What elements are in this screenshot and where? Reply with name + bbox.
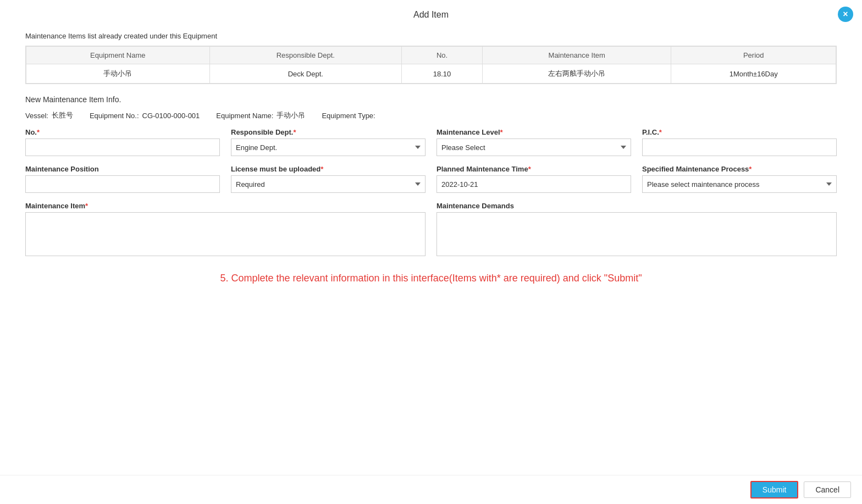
close-button[interactable]: × <box>838 7 853 22</box>
equipment-type-label: Equipment Type: <box>322 112 375 120</box>
maintenance-demands-field: Maintenance Demands <box>436 202 837 256</box>
no-input[interactable] <box>25 139 220 156</box>
maintenance-level-label: Maintenance Level* <box>436 128 631 136</box>
vessel-label: Vessel: <box>25 112 48 120</box>
form-row-2: Maintenance Position License must be upl… <box>25 165 837 193</box>
license-select-wrapper: Required Not Required <box>231 175 426 193</box>
equipment-type-field: Equipment Type: <box>322 112 378 120</box>
cell-no: 18.10 <box>402 64 483 84</box>
pic-label: P.I.C.* <box>642 128 837 136</box>
pic-input[interactable] <box>642 139 837 156</box>
specified-process-field: Specified Maintenance Process* Please se… <box>642 165 837 193</box>
planned-time-input[interactable] <box>436 175 631 193</box>
planned-time-label: Planned Maintenance Time* <box>436 165 631 173</box>
equipment-no-label: Equipment No.: <box>90 112 139 120</box>
existing-items-label: Maintenance Items list already created u… <box>25 32 837 40</box>
specified-process-label: Specified Maintenance Process* <box>642 165 837 173</box>
maintenance-position-field: Maintenance Position <box>25 165 220 193</box>
maintenance-demands-label: Maintenance Demands <box>436 202 837 210</box>
responsible-dept-field: Responsible Dept.* Engine Dept. Deck Dep… <box>231 128 426 156</box>
modal-container: Add Item × Maintenance Items list alread… <box>0 0 862 504</box>
maintenance-demands-textarea[interactable] <box>436 212 837 256</box>
modal-body: Maintenance Items list already created u… <box>0 26 862 475</box>
vessel-field: Vessel: 长胜号 <box>25 110 73 120</box>
new-info-title: New Maintenance Item Info. <box>25 95 837 104</box>
specified-process-select[interactable]: Please select maintenance process Proces… <box>642 175 837 193</box>
maintenance-item-textarea[interactable] <box>25 212 426 256</box>
no-label: No.* <box>25 128 220 136</box>
info-row: Vessel: 长胜号 Equipment No.: CG-0100-000-0… <box>25 110 837 120</box>
cell-responsible-dept: Deck Dept. <box>209 64 401 84</box>
existing-items-table: Equipment Name Responsible Dept. No. Mai… <box>26 46 836 84</box>
col-maintenance-item: Maintenance Item <box>483 47 671 64</box>
maintenance-level-select-wrapper: Please Select Level 1 Level 2 Level 3 <box>436 139 631 156</box>
table-row: 手动小吊 Deck Dept. 18.10 左右两舷手动小吊 1Month±16… <box>26 64 836 84</box>
modal-header: Add Item × <box>0 0 862 26</box>
no-field: No.* <box>25 128 220 156</box>
cell-period: 1Month±16Day <box>671 64 836 84</box>
vessel-value: 长胜号 <box>52 110 73 120</box>
planned-time-field: Planned Maintenance Time* <box>436 165 631 193</box>
maintenance-level-field: Maintenance Level* Please Select Level 1… <box>436 128 631 156</box>
col-period: Period <box>671 47 836 64</box>
maintenance-position-label: Maintenance Position <box>25 165 220 173</box>
responsible-dept-select[interactable]: Engine Dept. Deck Dept. Other <box>231 139 426 156</box>
col-no: No. <box>402 47 483 64</box>
specified-process-select-wrapper: Please select maintenance process Proces… <box>642 175 837 193</box>
form-row-1: No.* Responsible Dept.* Engine Dept. Dec… <box>25 128 837 156</box>
pic-field: P.I.C.* <box>642 128 837 156</box>
responsible-dept-select-wrapper: Engine Dept. Deck Dept. Other <box>231 139 426 156</box>
equipment-name-value: 手动小吊 <box>277 110 305 120</box>
maintenance-level-select[interactable]: Please Select Level 1 Level 2 Level 3 <box>436 139 631 156</box>
equipment-name-label: Equipment Name: <box>216 112 273 120</box>
license-field: License must be uploaded* Required Not R… <box>231 165 426 193</box>
maintenance-item-field: Maintenance Item* <box>25 202 426 256</box>
col-equipment-name: Equipment Name <box>26 47 210 64</box>
maintenance-item-label: Maintenance Item* <box>25 202 426 210</box>
form-row-3: Maintenance Item* Maintenance Demands <box>25 202 837 256</box>
equipment-no-value: CG-0100-000-001 <box>142 112 200 120</box>
modal-footer: Submit Cancel <box>0 475 862 504</box>
responsible-dept-label: Responsible Dept.* <box>231 128 426 136</box>
cell-equipment-name: 手动小吊 <box>26 64 210 84</box>
instruction-text: 5. Complete the relevant information in … <box>25 273 837 284</box>
modal-title: Add Item <box>413 10 449 20</box>
equipment-no-field: Equipment No.: CG-0100-000-001 <box>90 112 200 120</box>
license-label: License must be uploaded* <box>231 165 426 173</box>
license-select[interactable]: Required Not Required <box>231 175 426 193</box>
col-responsible-dept: Responsible Dept. <box>209 47 401 64</box>
maintenance-position-input[interactable] <box>25 175 220 193</box>
cell-maintenance-item: 左右两舷手动小吊 <box>483 64 671 84</box>
submit-button[interactable]: Submit <box>750 481 799 499</box>
equipment-name-field: Equipment Name: 手动小吊 <box>216 110 305 120</box>
existing-items-table-wrapper: Equipment Name Responsible Dept. No. Mai… <box>25 46 837 84</box>
cancel-button[interactable]: Cancel <box>804 481 851 498</box>
new-info-section: New Maintenance Item Info. Vessel: 长胜号 E… <box>25 95 837 120</box>
